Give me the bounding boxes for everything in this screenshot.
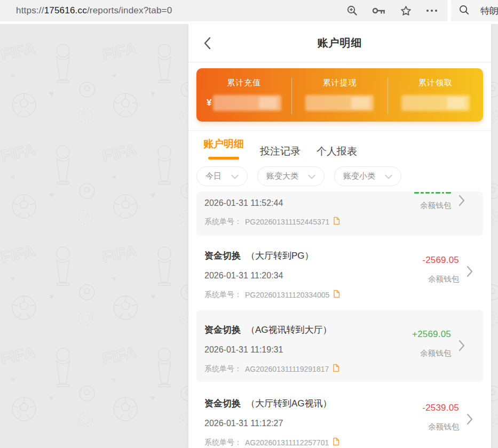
order-number: AG202601311112257701: [245, 438, 329, 447]
masked-value: [401, 95, 470, 111]
record-direction: （AG视讯转到大厅）: [246, 324, 332, 336]
record-wallet: 余额钱包: [414, 201, 451, 211]
copy-icon[interactable]: [332, 364, 339, 374]
masked-value: [213, 95, 281, 111]
back-icon[interactable]: [203, 37, 211, 52]
tabs-section: 账户明细 投注记录 个人报表 今日 账变大类: [188, 131, 491, 190]
record-wallet: 余额钱包: [412, 348, 451, 358]
browser-address-bar: https://175616.cc/reports/index?tab=0 特朗: [0, 0, 498, 21]
record-time: 2026-01-31 11:20:34: [204, 271, 459, 281]
summary-col-withdraw: 累计提现: [291, 78, 387, 114]
chevron-down-icon: [385, 172, 392, 181]
order-number: AG202601311119291817: [245, 365, 329, 373]
summary-card: 累计充值 ¥ 累计提现 累计领取: [196, 68, 483, 122]
summary-col-deposit: 累计充值 ¥: [196, 78, 291, 114]
record-time: 2026-01-31 11:12:27: [204, 419, 459, 428]
currency-symbol: ¥: [207, 98, 211, 108]
record-amount: -2539.05: [422, 403, 459, 413]
transaction-list[interactable]: 2026-01-31 11:52:44 系统单号：PG2026013111524…: [188, 190, 491, 448]
summary-label: 累计领取: [418, 78, 453, 88]
active-tab-indicator: [208, 157, 239, 159]
app-content: 账户明细 累计充值 ¥ 累计提现 累计领取: [188, 24, 491, 448]
filter-minor-category[interactable]: 账变小类: [334, 166, 401, 186]
chevron-down-icon: [231, 172, 239, 181]
tab-personal-report[interactable]: 个人报表: [317, 145, 357, 159]
record-amount: +2569.05: [412, 329, 451, 340]
search-query-text: 特朗: [480, 5, 498, 17]
record-amount-clipped: [414, 190, 451, 194]
transaction-record[interactable]: 资金切换 （AG视讯转到大厅） 2026-01-31 11:19:31 系统单号…: [196, 310, 483, 382]
summary-label: 累计提现: [322, 78, 357, 88]
copy-icon[interactable]: [332, 437, 339, 447]
transaction-record[interactable]: 资金切换 （大厅转到PG） 2026-01-31 11:20:34 系统单号：P…: [188, 236, 491, 310]
summary-card-section: 累计充值 ¥ 累计提现 累计领取: [188, 62, 491, 131]
url-domain: 175616.cc: [44, 5, 87, 16]
transaction-record[interactable]: 2026-01-31 11:52:44 系统单号：PG2026013111524…: [196, 191, 483, 236]
tab-bet-records[interactable]: 投注记录: [260, 145, 301, 159]
order-label: 系统单号：: [204, 438, 242, 447]
summary-label: 累计充值: [227, 78, 261, 88]
order-label: 系统单号：: [204, 217, 242, 227]
order-label: 系统单号：: [204, 364, 242, 374]
key-icon[interactable]: [372, 7, 386, 14]
toolbar-divider: [447, 0, 451, 21]
chevron-right-icon[interactable]: [467, 413, 473, 427]
url-path: /reports/index?tab=0: [87, 5, 172, 16]
side-search-box[interactable]: 特朗: [451, 0, 498, 21]
star-icon[interactable]: [400, 5, 412, 17]
filter-major-category[interactable]: 账变大类: [257, 166, 325, 186]
transaction-record[interactable]: 资金切换 （大厅转到AG视讯） 2026-01-31 11:12:27 系统单号…: [188, 383, 491, 448]
copy-icon[interactable]: [333, 290, 340, 300]
page-background: FIFA: [0, 24, 498, 448]
masked-value: [305, 95, 374, 111]
order-number: PG202601311120334005: [245, 291, 329, 299]
record-amount: -2569.05: [422, 255, 459, 266]
order-number: PG202601311152445371: [245, 218, 329, 226]
order-label: 系统单号：: [204, 290, 242, 300]
page-title: 账户明细: [318, 36, 362, 50]
record-type: 资金切换: [204, 397, 241, 410]
page-header: 账户明细: [188, 24, 491, 62]
record-direction: （大厅转到AG视讯）: [246, 397, 332, 410]
record-type: 资金切换: [204, 324, 241, 336]
record-wallet: 余额钱包: [422, 422, 459, 432]
copy-icon[interactable]: [333, 217, 340, 227]
url-prefix: https://: [16, 5, 44, 16]
chevron-right-icon[interactable]: [467, 266, 473, 279]
url-input[interactable]: https://175616.cc/reports/index?tab=0: [0, 5, 342, 16]
search-icon: [459, 4, 470, 18]
summary-col-claim: 累计领取: [388, 78, 483, 114]
zoom-in-icon[interactable]: [346, 5, 358, 17]
record-type: 资金切换: [204, 250, 241, 262]
record-wallet: 余额钱包: [422, 274, 459, 284]
filter-date[interactable]: 今日: [196, 166, 248, 186]
record-direction: （大厅转到PG）: [246, 250, 314, 262]
chevron-down-icon: [308, 172, 315, 181]
ellipsis-icon[interactable]: [426, 9, 438, 12]
chevron-right-icon[interactable]: [459, 340, 465, 354]
tab-account-detail[interactable]: 账户明细: [203, 137, 244, 152]
chevron-right-icon[interactable]: [459, 195, 465, 209]
